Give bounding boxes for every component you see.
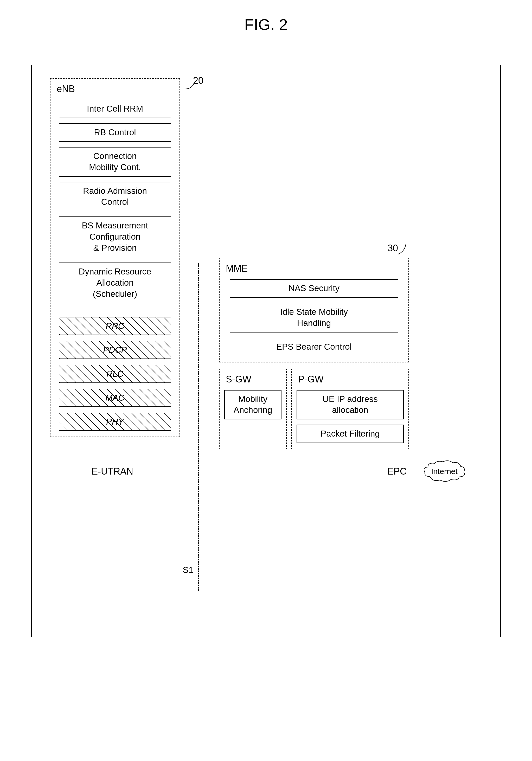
pgw-title: P-GW	[297, 374, 404, 385]
region-eutran-label: E-UTRAN	[91, 466, 133, 477]
internet-label: Internet	[422, 467, 466, 476]
enb-box: eNB Inter Cell RRM RB Control Connection…	[50, 78, 180, 437]
pgw-func-ip-alloc: UE IP address allocation	[297, 390, 404, 420]
figure-title: FIG. 2	[31, 16, 501, 33]
enb-layer-phy: PHY	[59, 413, 171, 431]
pgw-box: P-GW UE IP address allocation Packet Fil…	[291, 369, 409, 449]
enb-layer-rlc: RLC	[59, 365, 171, 383]
callout-curve-30	[395, 244, 414, 260]
mme-func-idle-state: Idle State Mobility Handling	[230, 303, 398, 332]
sgw-title: S-GW	[224, 374, 281, 385]
enb-func-inter-cell-rrm: Inter Cell RRM	[59, 100, 171, 118]
epc-column: 30 MME NAS Security Idle State Mobility …	[219, 258, 409, 449]
mme-func-nas-security: NAS Security	[230, 279, 398, 298]
outer-frame: 20 eNB Inter Cell RRM RB Control Connect…	[31, 65, 501, 637]
enb-func-scheduler: Dynamic Resource Allocation (Scheduler)	[59, 263, 171, 303]
region-epc-label: EPC	[387, 466, 407, 477]
enb-ref-label: 20	[193, 75, 204, 86]
enb-func-rb-control: RB Control	[59, 123, 171, 142]
enb-func-radio-admission: Radio Admission Control	[59, 182, 171, 211]
pgw-func-packet-filtering: Packet Filtering	[297, 425, 404, 443]
enb-layer-pdcp: PDCP	[59, 341, 171, 359]
mme-box: 30 MME NAS Security Idle State Mobility …	[219, 258, 409, 362]
enb-layer-mac: MAC	[59, 389, 171, 407]
internet-cloud-icon: Internet	[422, 460, 466, 483]
enb-group: 20 eNB Inter Cell RRM RB Control Connect…	[50, 78, 180, 437]
enb-func-bs-measurement: BS Measurement Configuration & Provision	[59, 216, 171, 257]
mme-func-eps-bearer: EPS Bearer Control	[230, 338, 398, 356]
region-divider	[198, 263, 199, 591]
bottom-labels: E-UTRAN EPC Internet	[50, 460, 482, 483]
mme-title: MME	[224, 263, 404, 274]
gateway-row: S-GW Mobility Anchoring P-GW UE IP addre…	[219, 369, 409, 449]
enb-func-connection-mobility: Connection Mobility Cont.	[59, 147, 171, 177]
sgw-box: S-GW Mobility Anchoring	[219, 369, 287, 449]
content-row: 20 eNB Inter Cell RRM RB Control Connect…	[50, 78, 482, 449]
enb-title: eNB	[55, 84, 175, 94]
mme-ref-label: 30	[387, 243, 398, 254]
enb-layer-rrc: RRC	[59, 317, 171, 335]
sgw-func-mobility-anchoring: Mobility Anchoring	[224, 390, 281, 420]
s1-interface-label: S1	[183, 565, 194, 575]
